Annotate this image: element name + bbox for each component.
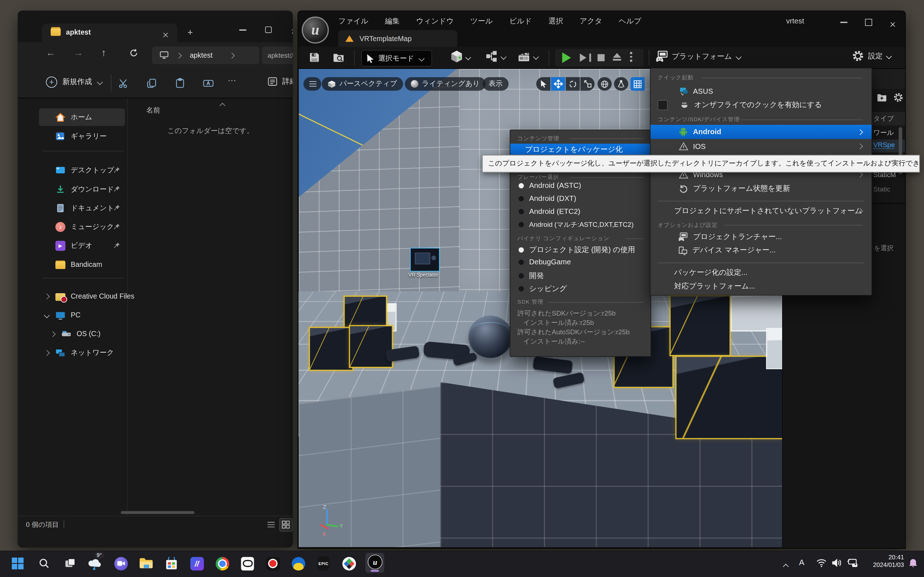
list-view-icon[interactable]	[267, 520, 276, 529]
save-icon[interactable]	[309, 52, 320, 63]
menu-item-packaging-settings[interactable]: パッケージ化の設定...	[650, 266, 871, 280]
ue-close-button[interactable]	[890, 19, 895, 29]
sidebar-item-creative-cloud[interactable]: Creative Cloud Files	[39, 287, 125, 305]
explorer-tab[interactable]: apktest	[42, 23, 178, 42]
menu-item-android[interactable]: Android	[650, 125, 871, 139]
perspective-dropdown[interactable]: パースペクティブ	[321, 77, 403, 91]
content-browser-icon[interactable]	[333, 51, 345, 63]
menu-select[interactable]: 選択	[547, 15, 564, 29]
menu-item-asus[interactable]: ASUS	[650, 85, 871, 98]
sidebar-item-bandicam[interactable]: Bandicam	[39, 256, 125, 273]
tray-expand-icon[interactable]	[783, 561, 788, 571]
up-icon[interactable]: ↑	[102, 48, 106, 58]
battery-icon[interactable]	[847, 558, 859, 567]
volume-icon[interactable]	[832, 558, 842, 567]
play-icon[interactable]	[562, 52, 571, 63]
menu-item-refresh-status[interactable]: プラットフォーム状態を更新	[650, 182, 871, 195]
select-tool[interactable]	[536, 77, 551, 91]
column-type[interactable]: タイプ	[874, 114, 894, 123]
cut-icon[interactable]	[118, 78, 129, 89]
details-button[interactable]: 詳細	[267, 76, 293, 87]
sidebar-item-documents[interactable]: ドキュメント	[39, 199, 125, 217]
select-mode-dropdown[interactable]: 選択モード	[361, 50, 432, 67]
settings-dropdown[interactable]: 設定	[852, 50, 891, 62]
menu-item-ios[interactable]: IOS	[650, 140, 871, 153]
start-button[interactable]	[10, 556, 25, 571]
menu-item-flavor-etc2[interactable]: Android (ETC2)	[519, 207, 580, 216]
skip-icon[interactable]	[580, 54, 591, 64]
ue-maximize-button[interactable]	[865, 19, 872, 26]
chat-app-icon[interactable]	[113, 556, 128, 571]
menu-item-cook-on-fly[interactable]: オンザフライでのクックを有効にする	[650, 98, 871, 112]
eject-icon[interactable]	[613, 53, 621, 60]
platforms-dropdown[interactable]: プラットフォーム	[656, 50, 741, 63]
menu-file[interactable]: ファイル	[337, 15, 370, 29]
outliner-row-world[interactable]: ワール	[874, 128, 894, 137]
show-dropdown[interactable]: 表示	[483, 77, 509, 91]
column-header-name[interactable]: 名前	[146, 105, 160, 115]
ime-indicator[interactable]: A	[799, 558, 804, 567]
oculus-app-icon[interactable]	[240, 556, 255, 571]
menu-item-config-debuggame[interactable]: DebugGame	[519, 258, 571, 266]
paste-icon[interactable]	[174, 78, 186, 89]
back-icon[interactable]: ←	[46, 48, 55, 58]
menu-item-flavor-astc[interactable]: Android (ASTC)	[519, 181, 581, 190]
lit-mode-dropdown[interactable]: ライティングあり	[405, 77, 486, 91]
file-explorer-icon[interactable]	[139, 556, 154, 571]
viewport-menu-button[interactable]	[304, 77, 321, 91]
clock[interactable]: 20:41 2024/01/03	[863, 554, 904, 569]
refresh-icon[interactable]	[129, 48, 139, 58]
blueprints-button[interactable]	[485, 50, 506, 63]
sidebar-item-desktop[interactable]: デスクトップ	[39, 161, 125, 179]
blue-yellow-app-icon[interactable]	[291, 556, 306, 571]
ue-minimize-button[interactable]	[840, 22, 848, 23]
minimize-button[interactable]	[239, 29, 247, 31]
menu-actor[interactable]: アクタ	[578, 15, 604, 29]
rotate-tool[interactable]	[565, 77, 580, 91]
move-tool[interactable]	[551, 77, 565, 91]
sidebar-item-os-c[interactable]: OS (C:)	[46, 325, 125, 343]
menu-tools[interactable]: ツール	[469, 15, 494, 29]
grid-snap-toggle[interactable]	[630, 77, 645, 91]
menu-item-config-development[interactable]: 開発	[519, 271, 544, 281]
outliner-row-static[interactable]: Static	[874, 185, 890, 193]
horizontal-scrollbar[interactable]	[121, 511, 195, 514]
new-button[interactable]: + 新規作成	[46, 76, 102, 88]
menu-build[interactable]: ビルド	[508, 15, 533, 29]
tab-close-icon[interactable]	[163, 29, 168, 40]
cinematics-button[interactable]	[517, 50, 538, 63]
breadcrumb-folder[interactable]: apktest	[190, 51, 213, 60]
menu-item-package-project[interactable]: プロジェクトをパッケージ化	[510, 143, 651, 155]
menu-item-flavor-multi[interactable]: Android (マルチ:ASTC,DXT,ETC2)	[519, 220, 634, 229]
sidebar-item-videos[interactable]: ▶ ビデオ	[39, 237, 125, 254]
menu-edit[interactable]: 編集	[384, 15, 401, 29]
task-view-button[interactable]	[63, 556, 78, 571]
search-button[interactable]	[36, 556, 52, 571]
scale-tool[interactable]	[580, 77, 594, 91]
epic-games-icon[interactable]: EPIC	[316, 556, 331, 571]
expand-chevron-icon[interactable]	[44, 293, 50, 299]
world-space-toggle[interactable]	[598, 77, 612, 91]
bandicam-icon[interactable]	[265, 556, 281, 571]
menu-help[interactable]: ヘルプ	[617, 15, 643, 29]
expand-chevron-icon[interactable]	[44, 350, 50, 356]
copy-icon[interactable]	[146, 78, 157, 89]
add-folder-icon[interactable]	[877, 93, 887, 102]
add-actor-button[interactable]	[450, 50, 470, 64]
menu-item-unsupported-platforms[interactable]: プロジェクトにサポートされていないプラットフォーム	[650, 205, 871, 218]
menu-item-config-shipping[interactable]: シッピング	[519, 284, 567, 294]
more-options-icon[interactable]: …	[228, 73, 237, 83]
menu-item-supported-platforms[interactable]: 対応プラットフォーム...	[650, 280, 871, 293]
surface-snap-toggle[interactable]	[614, 77, 628, 91]
collapse-chevron-icon[interactable]	[44, 312, 50, 318]
sidebar-item-gallery[interactable]: ギャラリー	[39, 127, 125, 145]
checkbox[interactable]	[657, 100, 668, 110]
outliner-row-vrspectator[interactable]: VRSpe	[874, 141, 895, 149]
large-view-icon[interactable]	[279, 518, 293, 532]
stop-icon[interactable]	[598, 54, 605, 61]
menu-item-project-launcher[interactable]: プロジェクトランチャー...	[650, 230, 871, 244]
close-button[interactable]	[291, 26, 293, 36]
notification-bell-icon[interactable]	[908, 558, 918, 568]
ue-level-tab[interactable]: VRTemplateMap	[338, 30, 457, 47]
sidebar-item-pc[interactable]: PC	[39, 306, 125, 324]
